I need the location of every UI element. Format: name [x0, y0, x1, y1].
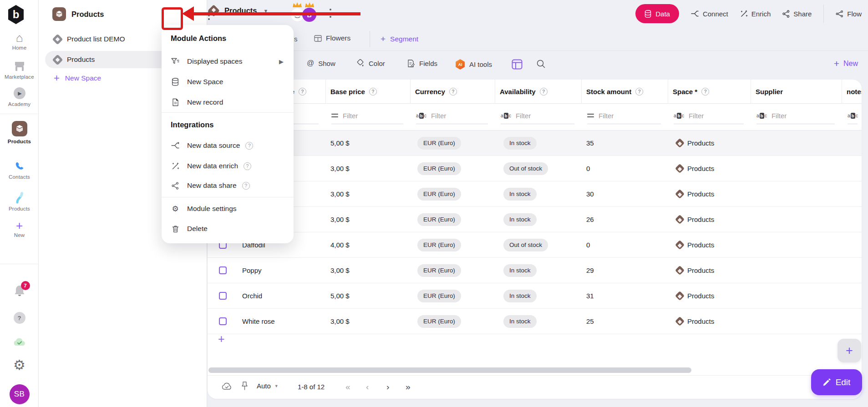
cell-base-price[interactable]: 3,00 $	[330, 165, 350, 172]
ai-tools-button[interactable]: AI AI tools	[455, 59, 492, 70]
help-icon[interactable]: ?	[299, 88, 306, 95]
pin-icon[interactable]	[241, 381, 249, 391]
filter-base-price[interactable]: Filter	[326, 104, 411, 130]
cell-space[interactable]: Products	[687, 190, 714, 198]
cell-base-price[interactable]: 3,00 $	[330, 317, 350, 325]
search-button[interactable]	[536, 59, 546, 69]
help-button[interactable]: ?	[0, 312, 39, 324]
filter-supplier[interactable]: abcFilter	[751, 104, 842, 130]
help-icon[interactable]: ?	[244, 162, 251, 170]
table-row[interactable]: Orchid 5,00 $ EUR (Euro) In stock 31 Pro…	[208, 283, 862, 309]
cell-name[interactable]: White rose	[242, 317, 275, 325]
cell-base-price[interactable]: 3,00 $	[330, 266, 350, 274]
cell-availability[interactable]: In stock	[503, 137, 537, 150]
menu-item-new-data-source[interactable]: New data source ?	[162, 136, 294, 156]
cell-currency[interactable]: EUR (Euro)	[417, 213, 461, 226]
sidebar-item-products[interactable]: Products	[0, 121, 39, 144]
menu-item-delete[interactable]: Delete	[162, 219, 294, 239]
cell-currency[interactable]: EUR (Euro)	[417, 188, 461, 201]
table-row[interactable]: 3,00 $ EUR (Euro) In stock 30 Products	[208, 181, 862, 207]
layout-button[interactable]	[512, 59, 523, 70]
cell-availability[interactable]: Out of stock	[503, 162, 548, 175]
cell-space[interactable]: Products	[687, 139, 714, 147]
share-button[interactable]: Share	[782, 10, 812, 18]
cell-base-price[interactable]: 3,00 $	[330, 190, 350, 198]
sidebar-item-products-2[interactable]: Products	[0, 191, 39, 211]
cell-stock-amount[interactable]: 30	[586, 190, 594, 198]
show-button[interactable]: @ Show	[307, 59, 335, 67]
row-checkbox[interactable]	[219, 292, 227, 300]
help-icon[interactable]: ?	[449, 88, 457, 95]
sidebar-item-new[interactable]: + New	[0, 221, 39, 238]
column-header-currency[interactable]: Currency?	[411, 80, 495, 103]
column-header-space[interactable]: Space *?	[668, 80, 751, 103]
table-row[interactable]: 3,00 $ EUR (Euro) In stock 26 Products	[208, 207, 862, 232]
cell-currency[interactable]: EUR (Euro)	[417, 264, 461, 277]
sidebar-item-contacts[interactable]: Contacts	[0, 161, 39, 180]
filter-availability[interactable]: abcFilter	[495, 104, 582, 130]
cell-currency[interactable]: EUR (Euro)	[417, 290, 461, 302]
sidebar-item-academy[interactable]: ▶ Academy	[0, 87, 39, 107]
table-row[interactable]: Poppy 3,00 $ EUR (Euro) In stock 29 Prod…	[208, 258, 862, 283]
cell-space[interactable]: Products	[687, 216, 714, 223]
column-header-supplier[interactable]: Supplier	[751, 80, 842, 103]
cell-stock-amount[interactable]: 29	[586, 266, 594, 274]
help-icon[interactable]: ?	[701, 88, 709, 95]
horizontal-scrollbar[interactable]	[208, 367, 691, 373]
help-icon[interactable]: ?	[242, 182, 250, 190]
first-page-button[interactable]: «	[345, 382, 350, 392]
tab-partial[interactable]: s	[294, 35, 298, 43]
boost-logo-icon[interactable]: b	[7, 5, 25, 25]
cell-currency[interactable]: EUR (Euro)	[417, 137, 461, 150]
filter-stock-amount[interactable]: Filter	[582, 104, 668, 130]
notifications-button[interactable]: 7	[0, 284, 39, 298]
next-page-button[interactable]: ›	[386, 382, 389, 392]
cell-stock-amount[interactable]: 35	[586, 139, 594, 147]
cell-stock-amount[interactable]: 31	[586, 292, 594, 300]
fields-button[interactable]: Fields	[407, 59, 437, 68]
cell-space[interactable]: Products	[687, 317, 714, 325]
cell-base-price[interactable]: 3,00 $	[330, 216, 350, 223]
column-header-base-price[interactable]: Base price?	[326, 80, 411, 103]
autosave-cloud-icon[interactable]	[221, 382, 233, 391]
filter-currency[interactable]: abcFilter	[411, 104, 495, 130]
last-page-button[interactable]: »	[406, 382, 411, 392]
column-header-stock-amount[interactable]: Stock amount?	[582, 80, 668, 103]
connect-button[interactable]: Connect	[691, 10, 728, 18]
page-size-dropdown[interactable]: Auto ▼	[257, 382, 279, 390]
cell-space[interactable]: Products	[687, 165, 714, 172]
cell-stock-amount[interactable]: 25	[586, 317, 594, 325]
sidebar-item-home[interactable]: ⌂ Home	[0, 33, 39, 50]
sync-status-button[interactable]	[0, 337, 39, 347]
help-icon[interactable]: ?	[540, 88, 548, 95]
settings-button[interactable]: ⚙	[0, 358, 39, 372]
menu-item-module-settings[interactable]: ⚙ Module settings	[162, 199, 294, 219]
table-row[interactable]: Daffodil 4,00 $ EUR (Euro) Out of stock …	[208, 232, 862, 258]
cell-stock-amount[interactable]: 0	[586, 165, 590, 172]
cell-space[interactable]: Products	[687, 292, 714, 300]
cell-space[interactable]: Products	[687, 241, 714, 249]
cell-name[interactable]: Poppy	[242, 266, 262, 274]
menu-item-new-data-share[interactable]: New data share ?	[162, 176, 294, 196]
table-row[interactable]: 3,00 $ EUR (Euro) Out of stock 0 Product…	[208, 156, 862, 181]
menu-item-displayed-spaces[interactable]: Displayed spaces ▶	[162, 51, 294, 71]
cell-availability[interactable]: In stock	[503, 213, 537, 226]
prev-page-button[interactable]: ‹	[366, 382, 369, 392]
column-header-notes[interactable]: notes	[842, 80, 862, 103]
cell-availability[interactable]: In stock	[503, 290, 537, 302]
cell-base-price[interactable]: 5,00 $	[330, 139, 350, 147]
flow-button[interactable]: Flow	[836, 10, 862, 18]
space-item-product-list-demo[interactable]: Product list DEMO	[54, 35, 125, 43]
cell-availability[interactable]: In stock	[503, 188, 537, 201]
column-header-availability[interactable]: Availability?	[495, 80, 582, 103]
cell-base-price[interactable]: 5,00 $	[330, 292, 350, 300]
add-segment-button[interactable]: + Segment	[381, 34, 418, 44]
table-row[interactable]: White rose 3,00 $ EUR (Euro) In stock 25…	[208, 309, 862, 334]
tab-flowers[interactable]: Flowers	[314, 34, 350, 42]
add-row-button[interactable]: +	[218, 332, 225, 346]
enrich-button[interactable]: Enrich	[740, 10, 771, 18]
color-button[interactable]: Color	[356, 59, 385, 68]
row-checkbox[interactable]	[219, 317, 227, 325]
cell-availability[interactable]: In stock	[503, 264, 537, 277]
cell-space[interactable]: Products	[687, 266, 714, 274]
